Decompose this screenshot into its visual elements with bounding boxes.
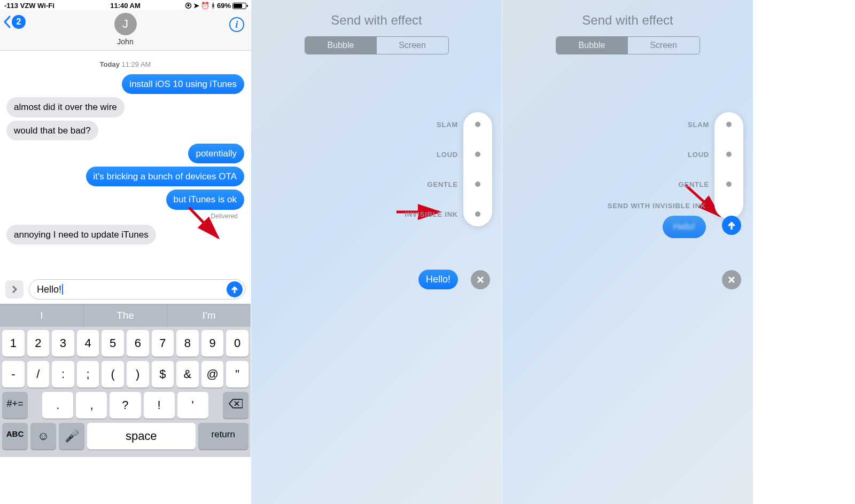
key[interactable]: / bbox=[27, 361, 50, 388]
message-in[interactable]: annoying I need to update iTunes bbox=[6, 225, 156, 245]
text-caret bbox=[62, 284, 63, 295]
screenshot-effect-invisible-ink: Send with effect Bubble Screen SLAM LOUD… bbox=[502, 0, 753, 504]
info-button[interactable]: i bbox=[229, 17, 244, 32]
effect-dot-loud[interactable] bbox=[726, 152, 732, 157]
key[interactable]: . bbox=[42, 392, 73, 419]
contact-name: John bbox=[0, 37, 251, 46]
predictive-bar: I The I'm bbox=[0, 304, 251, 327]
unread-badge: 2 bbox=[12, 15, 26, 29]
effect-title: Send with effect bbox=[502, 0, 753, 28]
effect-dot-invisible-ink[interactable] bbox=[475, 211, 480, 217]
segment-screen[interactable]: Screen bbox=[628, 37, 699, 54]
key[interactable]: ' bbox=[177, 392, 208, 419]
message-in[interactable]: would that be bad? bbox=[6, 121, 98, 140]
key[interactable]: 3 bbox=[52, 330, 74, 357]
nav-header: 2 J John i bbox=[0, 10, 251, 51]
status-bar: -113 VZW Wi-Fi 11:40 AM ⦿ ➤ ⏰ ᚼ 69% bbox=[0, 0, 251, 10]
message-out[interactable]: it's bricking a bunch of devices OTA bbox=[86, 167, 244, 186]
key[interactable]: ! bbox=[144, 392, 175, 419]
effect-label: GENTLE bbox=[679, 180, 709, 188]
effect-dot-gentle[interactable] bbox=[475, 182, 480, 187]
key[interactable]: , bbox=[76, 392, 107, 419]
effect-dot-slam[interactable] bbox=[726, 122, 732, 127]
key[interactable]: ? bbox=[110, 392, 141, 419]
keyboard: 1234567890 -/:;()$&@" #+= . , ? ! ' ABC … bbox=[0, 327, 251, 457]
preview-bubble: Hello! bbox=[418, 270, 458, 289]
compose-bar: Hello! bbox=[0, 275, 251, 304]
screenshot-messages-thread: -113 VZW Wi-Fi 11:40 AM ⦿ ➤ ⏰ ᚼ 69% 2 J … bbox=[0, 0, 251, 504]
expand-apps-button[interactable] bbox=[5, 280, 24, 298]
key[interactable]: 1 bbox=[2, 330, 25, 357]
segment-bubble[interactable]: Bubble bbox=[556, 37, 628, 54]
key[interactable]: 8 bbox=[176, 330, 199, 357]
key-emoji[interactable]: ☺ bbox=[30, 423, 56, 450]
key-delete[interactable] bbox=[223, 392, 248, 419]
key-space[interactable]: space bbox=[87, 423, 196, 450]
effect-label: LOUD bbox=[688, 151, 709, 159]
message-out[interactable]: potentially bbox=[188, 144, 244, 163]
segment-screen[interactable]: Screen bbox=[377, 37, 448, 54]
effect-selector-pill bbox=[714, 112, 743, 219]
key[interactable]: 5 bbox=[102, 330, 124, 357]
effect-label: GENTLE bbox=[428, 180, 458, 188]
send-with-effect-button[interactable] bbox=[722, 216, 741, 235]
back-button[interactable]: 2 bbox=[3, 15, 26, 29]
key[interactable]: 2 bbox=[27, 330, 50, 357]
key[interactable]: & bbox=[176, 361, 199, 388]
key[interactable]: " bbox=[226, 361, 248, 388]
effect-label: INVISIBLE INK bbox=[405, 210, 458, 218]
key-symbols-toggle[interactable]: #+= bbox=[2, 392, 28, 419]
message-out[interactable]: but iTunes is ok bbox=[166, 190, 244, 209]
segment-bubble[interactable]: Bubble bbox=[305, 37, 377, 54]
battery-icon bbox=[232, 3, 246, 9]
send-button[interactable] bbox=[227, 281, 243, 297]
conversation: Today 11:29 AM install iOS 10 using iTun… bbox=[0, 51, 251, 275]
key[interactable]: 0 bbox=[226, 330, 248, 357]
cancel-effect-button[interactable] bbox=[722, 270, 741, 289]
key[interactable]: 4 bbox=[77, 330, 99, 357]
screenshot-effect-picker: Send with effect Bubble Screen SLAM LOUD… bbox=[251, 0, 502, 504]
effect-label: SLAM bbox=[688, 121, 709, 129]
key[interactable]: @ bbox=[201, 361, 224, 388]
status-time: 11:40 AM bbox=[0, 2, 251, 10]
invisible-ink-preview-bubble: Hello! bbox=[663, 216, 706, 238]
key[interactable]: ; bbox=[77, 361, 99, 388]
message-out[interactable]: install iOS 10 using iTunes bbox=[122, 74, 244, 94]
whitespace bbox=[753, 0, 855, 504]
effect-dot-gentle[interactable] bbox=[726, 182, 732, 187]
avatar[interactable]: J bbox=[114, 13, 137, 35]
effect-segmented-control[interactable]: Bubble Screen bbox=[305, 36, 449, 54]
key-dictation[interactable]: 🎤 bbox=[59, 423, 84, 450]
predictive-suggestion[interactable]: I'm bbox=[167, 304, 251, 327]
key-return[interactable]: return bbox=[198, 423, 249, 450]
effect-dot-slam[interactable] bbox=[475, 122, 480, 127]
predictive-suggestion[interactable]: The bbox=[83, 304, 167, 327]
invisible-ink-heading: SEND WITH INVISIBLE INK bbox=[608, 202, 706, 210]
key[interactable]: - bbox=[2, 361, 25, 388]
key[interactable]: ) bbox=[127, 361, 149, 388]
cancel-effect-button[interactable] bbox=[471, 270, 490, 289]
timestamp-label: Today 11:29 AM bbox=[6, 60, 244, 68]
key[interactable]: : bbox=[52, 361, 74, 388]
effect-dot-loud[interactable] bbox=[475, 152, 480, 157]
predictive-suggestion[interactable]: I bbox=[0, 304, 83, 327]
message-input[interactable]: Hello! bbox=[29, 279, 245, 300]
effect-label: LOUD bbox=[437, 151, 458, 159]
key-abc-toggle[interactable]: ABC bbox=[2, 423, 28, 450]
key[interactable]: $ bbox=[152, 361, 174, 388]
effect-title: Send with effect bbox=[251, 0, 502, 28]
key[interactable]: 9 bbox=[201, 330, 224, 357]
effect-segmented-control[interactable]: Bubble Screen bbox=[556, 36, 700, 54]
message-in[interactable]: almost did it over the wire bbox=[6, 97, 125, 117]
key[interactable]: ( bbox=[102, 361, 124, 388]
key[interactable]: 6 bbox=[127, 330, 149, 357]
effect-label: SLAM bbox=[437, 121, 458, 129]
key[interactable]: 7 bbox=[152, 330, 174, 357]
effect-selector-pill bbox=[463, 112, 492, 226]
delivered-status: Delivered bbox=[6, 212, 238, 220]
